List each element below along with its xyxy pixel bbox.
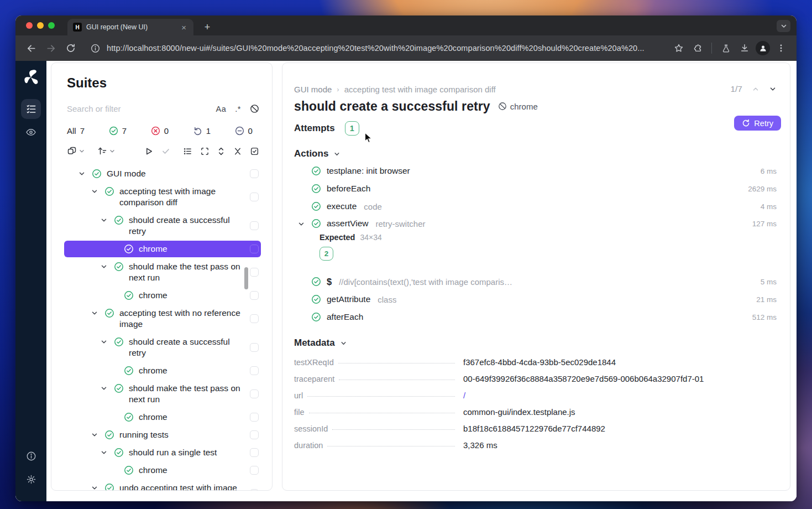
metadata-section-header[interactable]: Metadata <box>294 337 777 349</box>
tree-row[interactable]: chrome <box>64 409 261 425</box>
attempt-badge[interactable]: 2 <box>319 247 333 261</box>
breadcrumb-parent[interactable]: GUI mode <box>294 85 332 94</box>
tree-row[interactable]: running tests <box>64 427 261 443</box>
tree-item-checkbox[interactable] <box>250 245 259 253</box>
tree-item-checkbox[interactable] <box>250 366 259 375</box>
action-row[interactable]: testplane: init browser 6 ms <box>294 162 777 180</box>
chevron-down-icon[interactable] <box>100 338 109 346</box>
run-button[interactable] <box>144 147 154 156</box>
downloads-icon[interactable] <box>737 40 752 56</box>
close-window-button[interactable] <box>26 22 33 29</box>
chevron-down-icon[interactable] <box>100 216 109 224</box>
tree-item-checkbox[interactable] <box>250 193 259 201</box>
chevron-down-icon[interactable] <box>100 385 109 392</box>
tree-row[interactable]: should make the test pass on next run <box>64 380 261 408</box>
accept-all-button[interactable] <box>161 147 170 155</box>
collapse-all-button[interactable] <box>233 147 242 156</box>
action-row[interactable]: $ //div[contains(text(),'test with image… <box>294 273 777 290</box>
retry-button[interactable]: Retry <box>734 116 781 131</box>
back-button[interactable] <box>23 40 39 56</box>
chevron-down-icon[interactable] <box>297 220 305 228</box>
expand-all-button[interactable] <box>217 147 226 156</box>
tree-item-checkbox[interactable] <box>250 489 259 490</box>
group-by-button[interactable] <box>67 146 85 156</box>
match-case-toggle[interactable]: Aa <box>216 105 227 113</box>
tree-row[interactable]: GUI mode <box>64 165 261 182</box>
tree-row[interactable]: accepting test with no reference image <box>64 305 261 333</box>
tree-item-checkbox[interactable] <box>250 169 259 178</box>
tree-row[interactable]: undo accepting test with image compariso… <box>64 480 261 490</box>
chevron-up-icon[interactable] <box>752 85 759 93</box>
site-info-icon[interactable] <box>91 44 100 53</box>
tab-close-icon[interactable]: × <box>180 23 188 32</box>
forward-button[interactable] <box>43 40 59 56</box>
tree-item-checkbox[interactable] <box>250 413 259 422</box>
chevron-down-icon[interactable] <box>91 484 99 490</box>
chevron-down-icon[interactable] <box>100 263 109 271</box>
new-tab-button[interactable]: + <box>200 20 214 34</box>
browser-filter-icon[interactable] <box>250 104 259 113</box>
tree-item-checkbox[interactable] <box>250 430 259 439</box>
action-row[interactable]: assertView retry-switcher 127 ms Expecte… <box>294 215 777 273</box>
action-row[interactable]: afterEach 512 ms <box>294 308 777 326</box>
chevron-down-icon[interactable] <box>91 431 99 439</box>
tree-item-checkbox[interactable] <box>250 291 259 300</box>
zoom-window-button[interactable] <box>48 22 55 29</box>
minimize-window-button[interactable] <box>37 22 44 29</box>
chevron-down-icon[interactable] <box>91 309 99 317</box>
tree-row[interactable]: chrome <box>64 241 261 257</box>
tree-row[interactable]: chrome <box>64 362 261 379</box>
chevron-down-icon[interactable] <box>100 449 109 456</box>
tree-row[interactable]: should run a single test <box>64 444 261 461</box>
info-button[interactable] <box>21 446 41 466</box>
profile-avatar[interactable] <box>756 41 770 55</box>
settings-button[interactable] <box>21 469 41 489</box>
reload-button[interactable] <box>63 40 78 56</box>
tree-item-checkbox[interactable] <box>250 343 259 352</box>
tree-item-checkbox[interactable] <box>250 221 259 230</box>
tree-row[interactable]: should create a successful retry <box>64 334 261 361</box>
search-input[interactable] <box>67 104 207 113</box>
view-list-button[interactable] <box>183 147 192 156</box>
filter-retried[interactable]: 1 <box>193 126 211 136</box>
attempt-badge[interactable]: 1 <box>345 121 359 136</box>
focus-selection-button[interactable] <box>200 147 209 156</box>
action-row[interactable]: getAttribute class 21 ms <box>294 290 777 308</box>
chevron-down-icon[interactable] <box>769 85 777 93</box>
sidebar-item-suites[interactable] <box>21 99 41 119</box>
extensions-icon[interactable] <box>690 40 705 56</box>
browser-menu-icon[interactable] <box>773 40 789 56</box>
tree-item-checkbox[interactable] <box>250 466 259 475</box>
sort-button[interactable] <box>97 146 116 156</box>
tree-item-checkbox[interactable] <box>250 314 259 323</box>
address-bar[interactable]: http://localhost:8000/new-ui#/suites/GUI… <box>83 44 662 53</box>
breadcrumb-child[interactable]: accepting test with image comparison dif… <box>344 85 496 94</box>
tree-item-checkbox[interactable] <box>250 389 259 398</box>
filter-all[interactable]: All7 <box>67 126 85 136</box>
labs-flask-icon[interactable] <box>718 40 734 56</box>
tree-row[interactable]: chrome <box>64 462 261 479</box>
chevron-down-icon[interactable] <box>91 188 99 195</box>
action-row[interactable]: beforeEach 2629 ms <box>294 180 777 198</box>
tree-row[interactable]: should create a successful retry <box>64 212 261 240</box>
browser-icon <box>498 102 507 111</box>
chevron-down-icon[interactable] <box>78 170 87 178</box>
regex-toggle[interactable]: .* <box>235 105 241 113</box>
tree-row[interactable]: should make the test pass on next run <box>64 258 261 286</box>
url-text[interactable]: http://localhost:8000/new-ui#/suites/GUI… <box>107 44 645 53</box>
browser-tab[interactable]: H GUI report (New UI) × <box>67 19 193 35</box>
filter-skipped[interactable]: 0 <box>235 126 253 136</box>
tree-row[interactable]: chrome <box>64 287 261 304</box>
filter-failed[interactable]: 0 <box>151 126 169 136</box>
tree-item-checkbox[interactable] <box>250 268 259 277</box>
tree-row[interactable]: accepting test with image comparison dif… <box>64 183 261 211</box>
action-row[interactable]: execute code 4 ms <box>294 198 777 215</box>
sidebar-item-visual-checks[interactable] <box>21 122 41 142</box>
bookmark-star-icon[interactable] <box>671 40 687 56</box>
select-all-button[interactable] <box>250 147 259 156</box>
actions-section-header[interactable]: Actions <box>294 148 777 159</box>
filter-passed[interactable]: 7 <box>109 126 127 136</box>
scrollbar-thumb[interactable] <box>244 267 248 289</box>
tab-search-button[interactable] <box>777 20 790 32</box>
tree-item-checkbox[interactable] <box>250 448 259 457</box>
